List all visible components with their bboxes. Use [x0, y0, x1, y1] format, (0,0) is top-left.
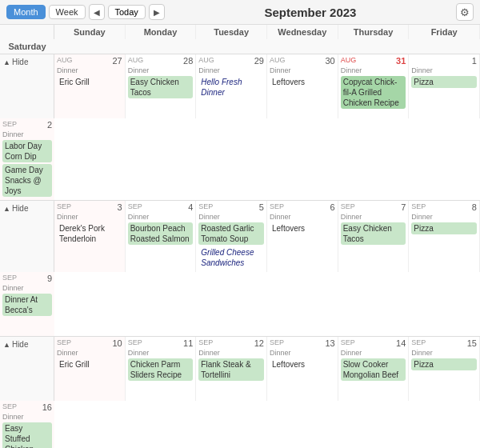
event[interactable]: Roasted Garlic Tomato Soup [198, 222, 264, 245]
event[interactable]: Dinner At Becca's [2, 294, 52, 316]
day-cell-sep13: SEP 13 Dinner Leftovers [267, 337, 338, 401]
calendar: Sunday Monday Tuesday Wednesday Thursday… [0, 25, 480, 448]
event[interactable]: Pizza [411, 76, 477, 88]
event[interactable]: Pizza [411, 358, 477, 370]
month-label: SEP [270, 202, 284, 212]
day-cell-sep8: SEP 8 Dinner Pizza [409, 201, 480, 272]
day-num: 6 [330, 202, 335, 212]
day-num: 31 [396, 56, 406, 66]
month-label: SEP [341, 202, 355, 212]
top-bar: Month Week ◀ Today ▶ September 2023 ⚙ [0, 0, 480, 25]
event[interactable]: Game Day Snacks @ Joys [2, 164, 52, 197]
day-cell-sep15: SEP 15 Dinner Pizza [409, 337, 480, 401]
day-header-hide-col [0, 25, 54, 39]
event[interactable]: Hello Fresh Dinner [198, 76, 264, 98]
next-btn[interactable]: ▶ [149, 4, 165, 20]
month-label: AUG [270, 56, 286, 66]
month-label: SEP [411, 202, 426, 212]
dinner-label: Dinner [198, 213, 264, 221]
day-cell-sep2: SEP 2 Dinner Labor Day Corn Dip Game Day… [0, 118, 54, 200]
dinner-label: Dinner [2, 130, 52, 138]
event[interactable]: Chicken Parm Sliders Recipe [128, 358, 194, 381]
event[interactable]: Leftovers [270, 76, 335, 88]
today-btn[interactable]: Today [108, 5, 146, 19]
dinner-label: Dinner [57, 66, 122, 74]
event[interactable]: Eric Grill [57, 358, 122, 370]
dinner-label: Dinner [2, 413, 52, 421]
event[interactable]: Grilled Cheese Sandwiches [198, 246, 264, 269]
day-num: 14 [396, 338, 406, 348]
prev-btn[interactable]: ◀ [89, 4, 105, 20]
event[interactable]: Leftovers [270, 222, 335, 234]
dinner-label: Dinner [198, 349, 264, 357]
month-label: SEP [411, 338, 426, 348]
dinner-label: Dinner [411, 66, 477, 74]
day-header-fri: Friday [409, 25, 480, 39]
week-row-3: ▲ Hide SEP 10 Dinner Eric Grill SEP 11 D… [0, 337, 480, 448]
week-row-1: ▲ Hide AUG 27 Dinner Eric Grill AUG 28 D… [0, 54, 480, 201]
dinner-label: Dinner [411, 349, 477, 357]
month-label: SEP [2, 120, 17, 130]
month-tab[interactable]: Month [6, 5, 46, 19]
dinner-label: Dinner [57, 213, 122, 221]
day-header-wed: Wednesday [267, 25, 338, 39]
day-num: 8 [472, 202, 477, 212]
event[interactable]: Copycat Chick-fil-A Grilled Chicken Reci… [341, 76, 406, 109]
hide-arrow-2: ▲ [3, 205, 10, 213]
event[interactable]: Pizza [411, 222, 477, 234]
month-label: SEP [57, 338, 71, 348]
day-cell-sep14: SEP 14 Dinner Slow Cooker Mongolian Beef [338, 337, 410, 401]
day-num: 1 [472, 56, 477, 66]
event[interactable]: Slow Cooker Mongolian Beef [341, 358, 406, 381]
day-cell-sep7: SEP 7 Dinner Easy Chicken Tacos [338, 201, 410, 272]
day-num: 30 [325, 56, 334, 66]
dinner-label: Dinner [128, 66, 194, 74]
hide-label-1: Hide [12, 58, 29, 66]
event[interactable]: Easy Chicken Tacos [128, 76, 194, 98]
hide-col-2: ▲ Hide [0, 201, 54, 272]
month-label: SEP [57, 202, 71, 212]
day-num: 28 [183, 56, 193, 66]
hide-btn-1[interactable]: ▲ Hide [3, 58, 50, 66]
month-label: SEP [2, 402, 17, 412]
hide-label-2: Hide [12, 204, 29, 213]
hide-btn-2[interactable]: ▲ Hide [3, 204, 50, 213]
day-cell-sep4: SEP 4 Dinner Bourbon Peach Roasted Salmo… [126, 201, 197, 272]
event[interactable]: Derek's Pork Tenderloin [57, 222, 122, 245]
event[interactable]: Easy Chicken Tacos [341, 222, 406, 245]
week-row-2: ▲ Hide SEP 3 Dinner Derek's Pork Tenderl… [0, 201, 480, 337]
dinner-label: Dinner [341, 213, 406, 221]
dinner-label: Dinner [128, 213, 194, 221]
day-cell-aug28: AUG 28 Dinner Easy Chicken Tacos [126, 54, 197, 118]
day-cell-sep12: SEP 12 Dinner Flank Steak & Tortellini [196, 337, 267, 401]
event[interactable]: Labor Day Corn Dip [2, 140, 52, 162]
hide-arrow-3: ▲ [3, 341, 10, 349]
week-tab[interactable]: Week [49, 5, 86, 19]
month-label: SEP [128, 338, 142, 348]
day-cell-sep5: SEP 5 Dinner Roasted Garlic Tomato Soup … [196, 201, 267, 272]
dinner-label: Dinner [411, 213, 477, 221]
hide-btn-3[interactable]: ▲ Hide [3, 340, 50, 349]
event[interactable]: Easy Stuffed Chicken Breast Recipe [2, 422, 52, 448]
day-cell-sep11: SEP 11 Dinner Chicken Parm Sliders Recip… [126, 337, 197, 401]
event[interactable]: Bourbon Peach Roasted Salmon [128, 222, 194, 245]
day-num: 5 [259, 202, 264, 212]
day-cell-aug30: AUG 30 Dinner Leftovers [267, 54, 338, 118]
dinner-label: Dinner [2, 284, 52, 292]
day-num: 15 [467, 338, 477, 348]
hide-col-3: ▲ Hide [0, 337, 54, 401]
event[interactable]: Eric Grill [57, 76, 122, 88]
month-label: SEP [198, 338, 213, 348]
event[interactable]: Leftovers [270, 358, 335, 370]
event[interactable]: Flank Steak & Tortellini [198, 358, 264, 381]
day-num: 13 [325, 338, 334, 348]
day-header-thu: Thursday [338, 25, 410, 39]
month-label: AUG [128, 56, 144, 66]
day-num: 11 [183, 338, 193, 348]
day-cell-aug31: AUG 31 Dinner Copycat Chick-fil-A Grille… [338, 54, 410, 118]
day-cell-sep16: SEP 16 Dinner Easy Stuffed Chicken Breas… [0, 401, 54, 448]
dinner-label: Dinner [270, 213, 335, 221]
day-cell-sep6: SEP 6 Dinner Leftovers [267, 201, 338, 272]
gear-button[interactable]: ⚙ [456, 3, 474, 21]
dinner-label: Dinner [270, 66, 335, 74]
